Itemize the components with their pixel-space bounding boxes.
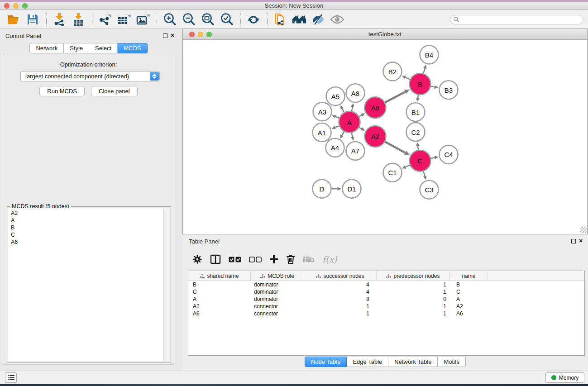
- tab-node-table[interactable]: Node Table: [305, 357, 347, 367]
- graph-node-A7[interactable]: A7: [346, 142, 365, 160]
- table-cell[interactable]: dominator: [251, 295, 304, 303]
- import-table-icon[interactable]: [71, 12, 86, 27]
- mcds-result-item[interactable]: C: [11, 231, 163, 238]
- zoom-fit-icon[interactable]: [201, 12, 215, 27]
- tab-network[interactable]: Network: [29, 43, 64, 53]
- resize-grip-icon[interactable]: [580, 227, 587, 233]
- graph-edge-A2-C[interactable]: [385, 142, 406, 152]
- table-row[interactable]: A2connector11A2: [188, 303, 584, 310]
- table-cell[interactable]: connector: [251, 310, 304, 317]
- table-cell[interactable]: 4: [304, 288, 377, 295]
- export-table-icon[interactable]: [117, 12, 131, 27]
- graph-edge-A-A6[interactable]: [359, 115, 362, 116]
- tab-style[interactable]: Style: [64, 43, 89, 53]
- run-mcds-button[interactable]: Run MCDS: [39, 86, 85, 96]
- apply-layout-icon[interactable]: [246, 12, 261, 27]
- mcds-result-scrollbar[interactable]: [163, 208, 170, 361]
- table-cell[interactable]: C: [450, 288, 488, 295]
- close-panel-button[interactable]: Close panel: [91, 86, 138, 96]
- graph-node-C[interactable]: C: [410, 150, 431, 172]
- graph-edge-A-A3[interactable]: [335, 117, 339, 118]
- network-canvas[interactable]: AA6A2BCA1A3A4A5A7A8B1B2B3B4C1C2C3C4DD1: [183, 40, 587, 234]
- graph-node-C2[interactable]: C2: [406, 123, 425, 141]
- float-panel-icon[interactable]: [163, 33, 167, 38]
- close-table-panel-icon[interactable]: ×: [579, 237, 583, 244]
- graph-edge-A-A7[interactable]: [352, 133, 353, 137]
- tab-network-table[interactable]: Network Table: [388, 357, 438, 367]
- graph-node-B3[interactable]: B3: [440, 81, 458, 99]
- network-window-titlebar[interactable]: testGlobe.txt: [183, 29, 587, 40]
- graph-node-C3[interactable]: C3: [420, 181, 439, 199]
- graph-node-A3[interactable]: A3: [313, 102, 332, 121]
- close-panel-icon[interactable]: ×: [171, 32, 174, 39]
- graph-node-A1[interactable]: A1: [313, 123, 331, 142]
- delete-table-icon[interactable]: [303, 256, 315, 263]
- table-cell[interactable]: dominator: [251, 281, 304, 288]
- table-cell[interactable]: 8: [304, 295, 377, 303]
- table-row[interactable]: Adominator80A: [188, 295, 584, 303]
- table-cell[interactable]: connector: [251, 303, 304, 310]
- graph-edge-A6-B[interactable]: [385, 92, 406, 102]
- tab-mcds[interactable]: MCDS: [118, 43, 147, 53]
- mcds-result-item[interactable]: A6: [11, 238, 163, 246]
- graph-edge-B-B4[interactable]: [423, 68, 425, 73]
- graph-edge-B-B2[interactable]: [406, 77, 410, 80]
- graph-edge-C-C1[interactable]: [406, 165, 410, 167]
- zoom-selected-icon[interactable]: [220, 12, 234, 27]
- tab-select[interactable]: Select: [89, 43, 118, 53]
- mcds-result-item[interactable]: B: [11, 224, 163, 231]
- table-cell[interactable]: 1: [377, 310, 450, 317]
- graph-node-D[interactable]: D: [313, 180, 331, 198]
- column-header-MCDS-role[interactable]: MCDS role: [251, 271, 304, 281]
- task-history-button[interactable]: [5, 372, 17, 383]
- table-cell[interactable]: 1: [377, 288, 450, 295]
- export-network-icon[interactable]: [98, 12, 112, 27]
- table-cell[interactable]: 1: [304, 303, 377, 310]
- table-cell[interactable]: A: [450, 295, 488, 303]
- optimization-criterion-dropdown[interactable]: largest connected component (directed): [20, 71, 160, 81]
- graph-node-A4[interactable]: A4: [326, 138, 344, 157]
- delete-columns-trash-icon[interactable]: [286, 254, 295, 264]
- graph-node-B[interactable]: B: [410, 73, 431, 95]
- graph-node-B1[interactable]: B1: [406, 103, 425, 121]
- graph-edge-A-A8[interactable]: [352, 107, 353, 111]
- first-neighbors-icon[interactable]: [292, 12, 306, 27]
- column-header-successor-nodes[interactable]: successor nodes: [304, 271, 377, 281]
- graph-edge-A-A4[interactable]: [342, 132, 344, 135]
- hide-selected-icon[interactable]: [311, 12, 325, 27]
- table-cell[interactable]: 1: [377, 303, 450, 310]
- zoom-out-icon[interactable]: [182, 12, 196, 27]
- select-all-columns-icon[interactable]: [229, 257, 241, 262]
- zoom-in-icon[interactable]: [163, 12, 177, 27]
- float-table-panel-icon[interactable]: [571, 239, 576, 243]
- unselect-all-columns-icon[interactable]: [249, 257, 262, 262]
- graph-node-C4[interactable]: C4: [440, 145, 458, 164]
- show-all-icon[interactable]: [330, 12, 344, 27]
- graph-node-A6[interactable]: A6: [365, 97, 386, 118]
- graph-node-A[interactable]: A: [339, 111, 360, 133]
- table-cell[interactable]: 4: [304, 281, 377, 288]
- mcds-result-item[interactable]: A2: [11, 210, 163, 217]
- graph-node-A2[interactable]: A2: [365, 126, 386, 147]
- graph-node-A8[interactable]: A8: [346, 84, 365, 102]
- tab-edge-table[interactable]: Edge Table: [347, 357, 388, 367]
- table-cell[interactable]: B: [450, 281, 488, 288]
- table-cell[interactable]: A2: [450, 303, 488, 310]
- save-session-icon[interactable]: [25, 12, 40, 27]
- table-cell[interactable]: A6: [188, 310, 251, 317]
- table-cell[interactable]: dominator: [251, 288, 304, 295]
- graph-node-C1[interactable]: C1: [383, 163, 402, 182]
- graph-node-D1[interactable]: D1: [343, 180, 361, 198]
- mcds-result-item[interactable]: A: [11, 217, 163, 224]
- graph-node-B4[interactable]: B4: [420, 45, 439, 64]
- graph-edge-B-B1[interactable]: [418, 95, 418, 98]
- graph-edge-A-A2[interactable]: [359, 128, 362, 129]
- new-network-from-selection-icon[interactable]: [273, 12, 287, 27]
- column-header-shared-name[interactable]: shared name: [188, 271, 251, 281]
- table-cell[interactable]: C: [188, 288, 251, 295]
- graph-node-A5[interactable]: A5: [326, 87, 345, 105]
- tab-motifs[interactable]: Motifs: [438, 357, 466, 367]
- table-cell[interactable]: A: [188, 295, 251, 303]
- graph-edge-C-C3[interactable]: [423, 172, 425, 176]
- column-header-predecessor-nodes[interactable]: predecessor nodes: [377, 271, 450, 281]
